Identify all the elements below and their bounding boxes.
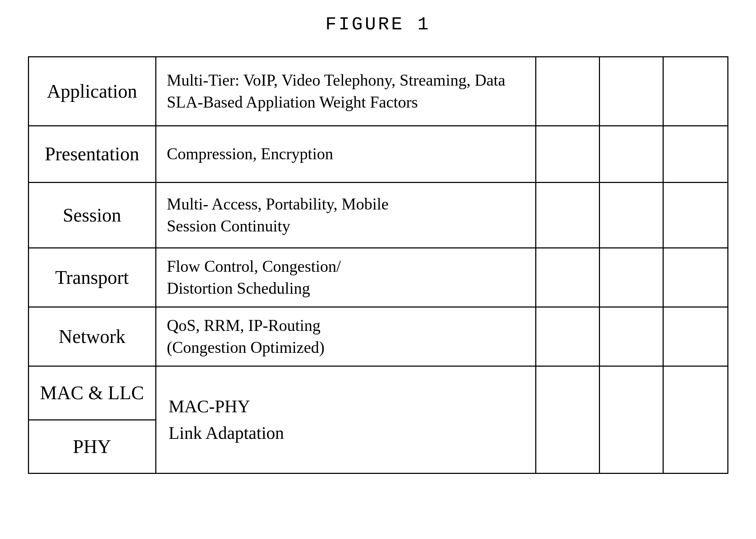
presentation-row: Presentation Compression, Encryption — [29, 126, 727, 183]
transport-empty-col2 — [600, 248, 664, 306]
mac-phy-empty-col3 — [664, 367, 727, 473]
mac-phy-content-cell: MAC-PHY Link Adaptation — [156, 367, 536, 473]
presentation-content: Compression, Encryption — [167, 143, 333, 165]
transport-right-cell: Flow Control, Congestion/ Distortion Sch… — [156, 248, 536, 306]
network-empty-col1 — [536, 308, 600, 366]
application-left-cell: Application — [29, 57, 156, 125]
presentation-left-cell: Presentation — [29, 126, 156, 182]
application-right-cell: Multi-Tier: VoIP, Video Telephony, Strea… — [156, 57, 536, 125]
phy-left-cell: PHY — [29, 420, 155, 473]
session-right-cell: Multi- Access, Portability, Mobile Sessi… — [156, 183, 536, 247]
mac-phy-empty-col2 — [600, 367, 664, 473]
network-empty-col3 — [664, 308, 727, 366]
presentation-empty-col2 — [600, 126, 664, 182]
session-label: Session — [63, 204, 121, 227]
transport-label: Transport — [55, 266, 129, 289]
transport-content: Flow Control, Congestion/ Distortion Sch… — [167, 256, 341, 299]
session-row: Session Multi- Access, Portability, Mobi… — [29, 183, 727, 248]
network-content: QoS, RRM, IP-Routing (Congestion Optimiz… — [167, 315, 325, 359]
network-right-cell: QoS, RRM, IP-Routing (Congestion Optimiz… — [156, 308, 536, 366]
network-row: Network QoS, RRM, IP-Routing (Congestion… — [29, 308, 727, 367]
application-content: Multi-Tier: VoIP, Video Telephony, Strea… — [167, 69, 506, 113]
session-left-cell: Session — [29, 183, 156, 247]
mac-label: MAC & LLC — [40, 382, 144, 405]
session-empty-col2 — [600, 183, 664, 247]
application-label: Application — [47, 80, 137, 103]
network-label: Network — [59, 325, 126, 348]
diagram-wrapper: Application Multi-Tier: VoIP, Video Tele… — [28, 56, 728, 474]
application-empty-col1 — [536, 57, 600, 125]
presentation-right-cell: Compression, Encryption — [156, 126, 536, 182]
presentation-empty-col3 — [664, 126, 727, 182]
session-empty-col1 — [536, 183, 600, 247]
mac-left-cell: MAC & LLC — [29, 367, 155, 420]
presentation-empty-col1 — [536, 126, 600, 182]
figure-title: FIGURE 1 — [325, 14, 431, 35]
mac-phy-empty-col1 — [536, 367, 600, 473]
mac-phy-text: MAC-PHY Link Adaptation — [169, 393, 284, 446]
transport-row: Transport Flow Control, Congestion/ Dist… — [29, 248, 727, 308]
transport-empty-col3 — [664, 248, 727, 306]
network-left-cell: Network — [29, 308, 156, 366]
application-empty-col3 — [664, 57, 727, 125]
presentation-label: Presentation — [45, 143, 139, 166]
network-empty-col2 — [600, 308, 664, 366]
phy-label: PHY — [73, 435, 111, 458]
application-empty-col2 — [600, 57, 664, 125]
mac-phy-row: MAC & LLC PHY MAC-PHY Link Adaptation — [29, 367, 727, 473]
transport-empty-col1 — [536, 248, 600, 306]
session-empty-col3 — [664, 183, 727, 247]
transport-left-cell: Transport — [29, 248, 156, 306]
application-row: Application Multi-Tier: VoIP, Video Tele… — [29, 57, 727, 126]
mac-phy-left-stack: MAC & LLC PHY — [29, 367, 156, 473]
session-content: Multi- Access, Portability, Mobile Sessi… — [167, 193, 389, 237]
